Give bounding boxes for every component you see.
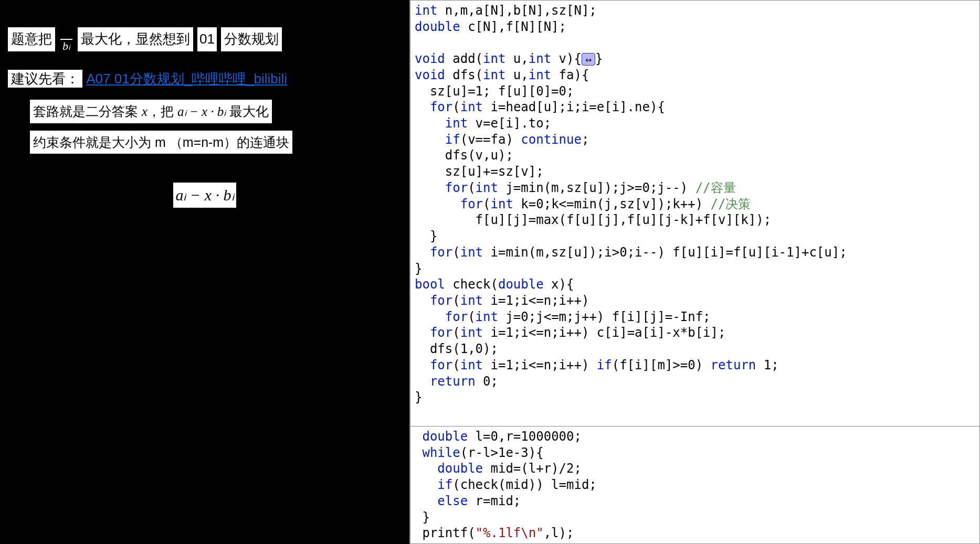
text-segment: 最大化，显然想到 <box>78 27 193 51</box>
text-segment: 01 <box>196 26 218 52</box>
fold-icon[interactable]: ↔ <box>582 53 595 66</box>
comment: //决策 <box>711 197 751 211</box>
formula-centered: aᵢ − x · bᵢ <box>0 183 409 208</box>
code-pane: int n,m,a[N],b[N],sz[N]; double c[N],f[N… <box>409 0 980 544</box>
text-segment: 分数规划 <box>221 27 282 51</box>
bullet-2: 约束条件就是大小为 m （m=n-m）的连通块 <box>30 131 402 154</box>
code-block-top[interactable]: int n,m,a[N],b[N],sz[N]; double c[N],f[N… <box>410 0 980 426</box>
slide-pane: 题意把 aᵢ bᵢ 最大化，显然想到 01 分数规划 建议先看： A07 01分… <box>0 0 409 544</box>
fraction-ai-bi: aᵢ bᵢ <box>58 25 75 54</box>
link-label: 建议先看： <box>8 70 82 88</box>
line-1: 题意把 aᵢ bᵢ 最大化，显然想到 01 分数规划 <box>8 25 402 54</box>
text-segment: 约束条件就是大小为 m （m=n-m）的连通块 <box>30 131 292 154</box>
text-segment: 套路就是二分答案 x，把 aᵢ − x · bᵢ 最大化 <box>30 100 272 123</box>
code-block-bottom[interactable]: double l=0,r=1000000; while(r-l>1e-3){ d… <box>410 426 980 544</box>
link-row: 建议先看： A07 01分数规划_哔哩哔哩_bilibili <box>8 68 402 90</box>
bilibili-link[interactable]: A07 01分数规划_哔哩哔哩_bilibili <box>86 71 287 87</box>
comment: //容量 <box>696 180 736 195</box>
bullet-1: 套路就是二分答案 x，把 aᵢ − x · bᵢ 最大化 <box>30 100 402 123</box>
text-segment: 题意把 <box>8 27 55 51</box>
